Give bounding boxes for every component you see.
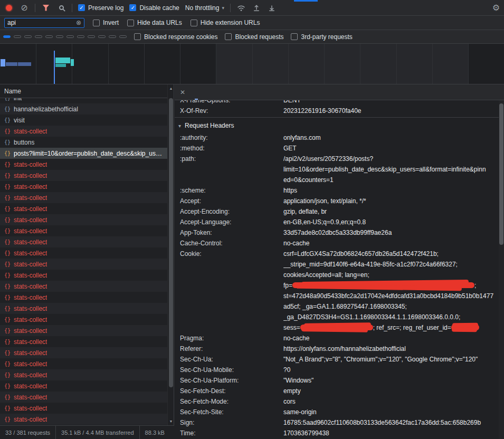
request-row[interactable]: {} stats-collect bbox=[0, 236, 167, 247]
request-row[interactable]: {} stats-collect bbox=[0, 225, 167, 236]
request-row[interactable]: {} stats-collect bbox=[0, 380, 167, 392]
header-name: App-Token: bbox=[180, 227, 283, 238]
request-row[interactable]: {} stats-collect bbox=[0, 259, 167, 270]
hide-extension-urls-checkbox[interactable]: Hide extension URLs bbox=[191, 19, 260, 26]
details-tab[interactable] bbox=[191, 84, 202, 100]
request-row[interactable]: {} stats-collect bbox=[0, 181, 167, 192]
json-braces-icon: {} bbox=[4, 405, 11, 411]
header-value: no-cache bbox=[283, 333, 499, 343]
name-column-header[interactable]: Name bbox=[0, 84, 174, 98]
request-row[interactable]: {} stats-collect bbox=[0, 369, 167, 380]
checkbox-unchecked-icon bbox=[291, 33, 298, 40]
request-row[interactable]: {} stats-collect bbox=[0, 403, 167, 414]
filter-icon[interactable] bbox=[41, 3, 51, 13]
scroll-up-icon[interactable]: ▲ bbox=[168, 87, 174, 90]
request-row[interactable]: {} stats-collect bbox=[0, 314, 167, 325]
preserve-log-checkbox[interactable]: ✓ Preserve log bbox=[78, 4, 123, 12]
filter-input[interactable]: api ⊗ bbox=[4, 18, 84, 28]
request-header-row: Pragma: no-cache bbox=[175, 333, 499, 343]
throttling-select[interactable]: No throttling ▾ bbox=[185, 4, 224, 12]
filter-input-value: api bbox=[7, 19, 74, 26]
details-tab[interactable] bbox=[260, 84, 272, 100]
request-row[interactable]: {} stats-collect bbox=[0, 214, 167, 225]
preserve-log-label: Preserve log bbox=[88, 4, 123, 12]
request-name: buttons bbox=[14, 139, 34, 146]
request-name: stats-collect bbox=[14, 294, 47, 301]
network-filter-checkbox[interactable]: Blocked response cookies bbox=[134, 33, 217, 41]
request-row[interactable]: {} stats-collect bbox=[0, 192, 167, 203]
cookie-text: __stripe_mid=9df140f6-e64a-419e-85fc-a1c… bbox=[283, 261, 458, 268]
request-row[interactable]: {} stats-collect bbox=[0, 325, 167, 336]
details-tab[interactable] bbox=[249, 84, 260, 100]
request-row[interactable]: {} hannahelizabethofficial bbox=[0, 103, 167, 114]
network-conditions-icon[interactable] bbox=[236, 3, 246, 13]
request-row[interactable]: {} posts?limit=10&order=publish_date_des… bbox=[0, 148, 167, 159]
resource-type-chip[interactable] bbox=[56, 35, 63, 38]
network-summary-bar: 33 / 381 requests 35.1 kB / 4.4 MB trans… bbox=[0, 425, 174, 439]
resource-type-chip[interactable] bbox=[3, 35, 11, 38]
resource-type-chip[interactable] bbox=[77, 35, 84, 38]
request-name: hannahelizabethofficial bbox=[14, 106, 78, 113]
resource-type-chip[interactable] bbox=[98, 35, 106, 38]
scroll-down-icon[interactable]: ▼ bbox=[168, 419, 174, 423]
request-row[interactable]: {} stats-collect bbox=[0, 303, 167, 314]
header-value: csrf=LdfcGX4Sa72db06824c657db26a5d142472… bbox=[283, 249, 499, 333]
network-filter-label: Blocked requests bbox=[235, 33, 283, 41]
request-row[interactable]: {} init bbox=[0, 98, 167, 103]
request-row[interactable]: {} stats-collect bbox=[0, 347, 167, 358]
request-row[interactable]: {} stats-collect bbox=[0, 159, 167, 170]
request-list-panel: Name {} init {} hannahelizabethofficial … bbox=[0, 84, 174, 439]
resource-type-chip[interactable] bbox=[45, 35, 53, 38]
clear-network-log-icon[interactable]: ⊘ bbox=[20, 3, 29, 13]
request-row[interactable]: {} stats-collect bbox=[0, 247, 167, 259]
disable-cache-checkbox[interactable]: ✓ Disable cache bbox=[129, 4, 179, 12]
request-row[interactable]: {} stats-collect bbox=[0, 358, 167, 369]
network-filter-checkbox[interactable]: Blocked requests bbox=[225, 33, 283, 41]
details-tab[interactable] bbox=[214, 84, 225, 100]
clear-filter-icon[interactable]: ⊗ bbox=[76, 20, 81, 26]
resource-type-chip[interactable] bbox=[66, 35, 74, 38]
request-row[interactable]: {} buttons bbox=[0, 137, 167, 148]
header-name: Time: bbox=[180, 428, 283, 438]
header-value: GET bbox=[283, 143, 499, 154]
close-icon[interactable]: ✕ bbox=[175, 89, 191, 96]
details-tab[interactable] bbox=[225, 84, 237, 100]
record-button[interactable] bbox=[4, 3, 14, 13]
timeline-overview[interactable] bbox=[0, 44, 504, 84]
import-har-icon[interactable] bbox=[252, 3, 261, 13]
request-name: stats-collect bbox=[14, 272, 47, 279]
resource-type-chip[interactable] bbox=[14, 35, 21, 38]
scrollbar-thumb[interactable] bbox=[169, 98, 173, 387]
details-tab[interactable] bbox=[202, 84, 214, 100]
request-row[interactable]: {} visit bbox=[0, 114, 167, 126]
request-row[interactable]: {} stats-collect bbox=[0, 392, 167, 403]
request-row[interactable]: {} stats-collect bbox=[0, 203, 167, 214]
details-tab[interactable] bbox=[237, 84, 249, 100]
request-headers-section-header[interactable]: ▾ Request Headers bbox=[175, 119, 499, 132]
request-row[interactable]: {} stats-collect bbox=[0, 270, 167, 281]
request-name: init bbox=[14, 98, 22, 102]
request-row[interactable]: {} stats-collect bbox=[0, 170, 167, 181]
settings-gear-icon[interactable]: ⚙ bbox=[492, 3, 500, 13]
details-scrollbar[interactable] bbox=[499, 100, 504, 439]
request-list-scrollbar[interactable]: ▲ ▼ bbox=[167, 84, 174, 425]
resource-type-chip[interactable] bbox=[88, 35, 95, 38]
request-row[interactable]: {} stats-collect bbox=[0, 336, 167, 347]
network-filter-checkbox[interactable]: 3rd-party requests bbox=[291, 33, 352, 41]
request-row[interactable]: {} stats-collect bbox=[0, 292, 167, 303]
scrollbar-thumb[interactable] bbox=[499, 103, 503, 245]
hide-data-urls-checkbox[interactable]: Hide data URLs bbox=[127, 19, 182, 26]
request-name: stats-collect bbox=[14, 194, 47, 202]
resource-type-chip[interactable] bbox=[109, 35, 116, 38]
resource-type-chip[interactable] bbox=[24, 35, 32, 38]
request-name: stats-collect bbox=[14, 394, 47, 401]
export-har-icon[interactable] bbox=[267, 3, 277, 13]
request-row[interactable]: {} stats-collect bbox=[0, 414, 167, 425]
invert-checkbox[interactable]: Invert bbox=[93, 19, 119, 26]
request-row[interactable]: {} stats-collect bbox=[0, 126, 167, 137]
search-icon[interactable] bbox=[56, 3, 66, 13]
resource-type-chip[interactable] bbox=[119, 35, 127, 38]
resource-type-chip[interactable] bbox=[35, 35, 42, 38]
request-row[interactable]: {} stats-collect bbox=[0, 281, 167, 292]
section-divider bbox=[175, 117, 499, 118]
